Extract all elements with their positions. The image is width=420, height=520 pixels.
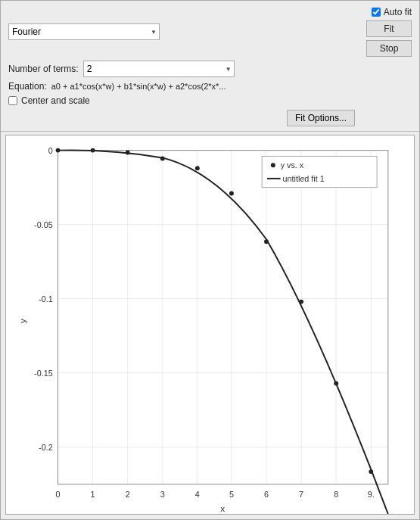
y-tick-3: -0.15 — [34, 369, 53, 378]
x-tick-6: 6 — [264, 490, 269, 499]
chart-area: 0 -0.05 -0.1 -0.15 -0.2 0 1 2 3 4 5 6 7 … — [5, 135, 415, 515]
num-terms-row: Number of terms: 1 2 3 4 5 6 7 8 — [8, 61, 412, 77]
y-tick-1: -0.05 — [34, 220, 53, 229]
equation-label: Equation: — [8, 81, 47, 92]
chart-inner: 0 -0.05 -0.1 -0.15 -0.2 0 1 2 3 4 5 6 7 … — [6, 135, 414, 514]
main-container: Fourier Polynomial Gaussian Smoothing Sp… — [0, 0, 420, 520]
fit-button[interactable]: Fit — [366, 20, 412, 37]
num-terms-label: Number of terms: — [8, 64, 79, 74]
num-terms-select[interactable]: 1 2 3 4 5 6 7 8 — [83, 61, 235, 77]
x-tick-8: 8 — [334, 490, 338, 499]
num-terms-select-wrapper: 1 2 3 4 5 6 7 8 — [83, 61, 235, 77]
legend-item-2: untitled fit 1 — [283, 174, 325, 183]
svg-point-28 — [271, 163, 275, 167]
x-tick-7: 7 — [299, 490, 303, 499]
fit-type-select[interactable]: Fourier Polynomial Gaussian Smoothing Sp… — [8, 23, 160, 40]
x-tick-1: 1 — [91, 490, 95, 499]
y-tick-2: -0.1 — [39, 294, 53, 304]
auto-fit-checkbox[interactable] — [372, 8, 381, 17]
legend-item-1: y vs. x — [281, 160, 304, 170]
x-tick-4: 4 — [195, 490, 200, 499]
center-scale-row: Center and scale — [8, 95, 412, 106]
x-tick-5: 5 — [229, 490, 234, 499]
svg-point-23 — [264, 239, 269, 244]
fit-type-area: Fourier Polynomial Gaussian Smoothing Sp… — [8, 23, 359, 40]
y-axis-label: y — [17, 319, 27, 323]
x-tick-9: 9. — [368, 490, 375, 499]
svg-rect-0 — [17, 135, 403, 514]
fit-options-row: Fit Options... — [8, 110, 355, 126]
x-tick-0: 0 — [56, 490, 61, 499]
svg-point-20 — [160, 156, 165, 160]
x-tick-3: 3 — [160, 490, 165, 499]
svg-point-21 — [195, 166, 200, 170]
svg-point-19 — [126, 151, 130, 155]
chart-svg: 0 -0.05 -0.1 -0.15 -0.2 0 1 2 3 4 5 6 7 … — [6, 135, 414, 514]
x-tick-2: 2 — [126, 490, 130, 499]
center-scale-checkbox[interactable] — [8, 96, 17, 105]
equation-value: a0 + a1*cos(x*w) + b1*sin(x*w) + a2*cos(… — [51, 82, 226, 91]
svg-point-18 — [91, 148, 95, 153]
x-axis-label: x — [220, 503, 225, 513]
svg-point-26 — [369, 469, 373, 474]
fit-type-row: Fourier Polynomial Gaussian Smoothing Sp… — [8, 7, 412, 57]
y-tick-4: -0.2 — [39, 443, 53, 452]
fit-options-button[interactable]: Fit Options... — [287, 110, 355, 126]
svg-point-24 — [299, 300, 303, 304]
y-tick-0: 0 — [48, 146, 53, 155]
svg-point-25 — [334, 381, 338, 386]
fit-type-select-wrapper: Fourier Polynomial Gaussian Smoothing Sp… — [8, 23, 160, 40]
svg-point-17 — [56, 148, 61, 153]
right-controls: Auto fit Fit Stop — [366, 7, 412, 57]
center-scale-label: Center and scale — [21, 95, 90, 106]
auto-fit-label: Auto fit — [384, 7, 412, 17]
svg-point-22 — [229, 191, 234, 196]
equation-row: Equation: a0 + a1*cos(x*w) + b1*sin(x*w)… — [8, 81, 412, 92]
stop-button[interactable]: Stop — [366, 40, 412, 57]
top-panel: Fourier Polynomial Gaussian Smoothing Sp… — [1, 1, 419, 132]
auto-fit-row: Auto fit — [372, 7, 412, 17]
